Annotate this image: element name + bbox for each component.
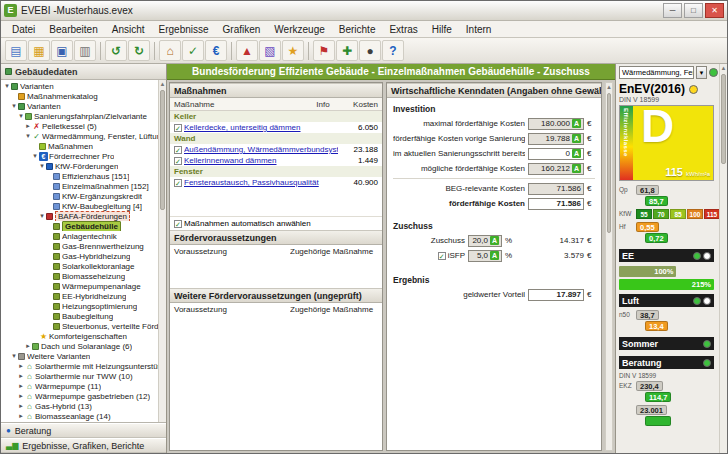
tree-node-massnahmenkatalog[interactable]: Maßnahmenkatalog	[1, 91, 158, 101]
tree-node-einzelmassnahmen[interactable]: Einzelmaßnahmen [152]	[1, 181, 158, 191]
tree-node-gas-hybridheizung[interactable]: Gas-Hybridheizung	[1, 251, 158, 261]
funding-euro-icon[interactable]: €	[205, 40, 227, 61]
tree-node-gas-hybrid[interactable]: ▸⌂Gas-Hybrid (13)	[1, 401, 158, 411]
tree-label[interactable]: Gas-Brennwertheizung	[62, 242, 144, 251]
tree-label[interactable]: Anlagentechnik	[62, 232, 117, 241]
expander-icon[interactable]: ▾	[3, 82, 11, 90]
expander-icon[interactable]: ▸	[17, 362, 25, 370]
menu-intern[interactable]: Intern	[459, 23, 499, 36]
results-scrollbar[interactable]: ▲	[719, 64, 727, 453]
scroll-up-icon[interactable]: ▲	[720, 64, 727, 72]
tree-label[interactable]: Wärmepumpe gasbetrieben (12)	[35, 392, 150, 401]
scrollbar-thumb[interactable]	[721, 74, 726, 164]
tree-label[interactable]: Steuerbonus, verteilte Förderung	[62, 322, 158, 331]
variant-select[interactable]: Wärmedämmung, Fenste	[619, 66, 694, 79]
tree-node-waermepumpe-gas[interactable]: ▸⌂Wärmepumpe gasbetrieben (12)	[1, 391, 158, 401]
expander-icon[interactable]: ▸	[17, 382, 25, 390]
isfp-checkbox[interactable]: ✓	[438, 252, 446, 260]
menu-werkzeuge[interactable]: Werkzeuge	[267, 23, 331, 36]
measures-icon[interactable]: ✓	[182, 40, 204, 61]
tree-label[interactable]: Varianten	[20, 82, 54, 91]
chart-icon[interactable]: ▲	[236, 40, 258, 61]
tree-node-kfw-baubegleitung[interactable]: KfW-Baubegleitung [4]	[1, 201, 158, 211]
report-icon[interactable]: ▧	[259, 40, 281, 61]
measure-checkbox[interactable]: ✓	[174, 124, 182, 132]
tree-node-effizienzhaus[interactable]: Effizienzhaus [151]	[1, 171, 158, 181]
menu-datei[interactable]: Datei	[5, 23, 42, 36]
tree-node-biomasseheizung[interactable]: Biomasseheizung	[1, 271, 158, 281]
measure-link[interactable]: Außendämmung, Wärmedämmverbundsystem	[184, 145, 338, 154]
kenndaten-input[interactable]: 160.212A	[528, 163, 584, 175]
tree-label[interactable]: BAFA-Förderungen	[55, 211, 130, 221]
tree-label[interactable]: Dach und Solaranlage (6)	[41, 342, 132, 351]
scrollbar-thumb[interactable]	[607, 93, 611, 233]
auto-badge[interactable]: A	[572, 119, 581, 128]
tree-label[interactable]: Solarthermie nur TWW (10)	[35, 372, 133, 381]
expander-icon[interactable]: ▸	[24, 342, 32, 350]
tree-label[interactable]: EE-Hybridheizung	[62, 292, 126, 301]
auto-badge[interactable]: A	[490, 236, 499, 245]
menu-bearbeiten[interactable]: Bearbeiten	[42, 23, 104, 36]
tree-node-waermepumpenanlage[interactable]: Wärmepumpenanlage	[1, 281, 158, 291]
menu-berichte[interactable]: Berichte	[332, 23, 383, 36]
tree-label[interactable]: Effizienzhaus [151]	[62, 172, 129, 181]
tree-label[interactable]: Maßnahmen	[48, 142, 93, 151]
scroll-up-icon[interactable]: ▲	[606, 83, 612, 91]
print-icon[interactable]: ▥	[74, 40, 96, 61]
tree-label[interactable]: Pelletkessel (5)	[42, 122, 97, 131]
building-icon[interactable]: ⌂	[159, 40, 181, 61]
record-icon[interactable]: ●	[359, 40, 381, 61]
expander-icon[interactable]: ▾	[10, 102, 18, 110]
menu-extras[interactable]: Extras	[382, 23, 424, 36]
tree-label[interactable]: Maßnahmenkatalog	[27, 92, 98, 101]
expander-icon[interactable]: ▾	[24, 132, 32, 140]
tree-node-steuerbonus[interactable]: Steuerbonus, verteilte Förderung	[1, 321, 158, 331]
tree-label[interactable]: Sanierungsfahrplan/Zielvariante	[34, 112, 147, 121]
tree-label[interactable]: Biomasseanlage (14)	[35, 412, 111, 421]
expander-icon[interactable]: ▸	[24, 122, 32, 130]
expander-icon[interactable]: ▾	[31, 152, 39, 160]
tree-node-komforteigenschaften[interactable]: ★Komforteigenschaften	[1, 331, 158, 341]
tree-node-gas-brennwertheizung[interactable]: Gas-Brennwertheizung	[1, 241, 158, 251]
kenndaten-input[interactable]: 180.000A	[528, 118, 584, 130]
kenndaten-input[interactable]: 0A	[528, 148, 584, 160]
minimize-button[interactable]: ─	[663, 3, 682, 18]
tree-label[interactable]: KfW-Förderungen	[55, 162, 118, 171]
star-icon[interactable]: ★	[282, 40, 304, 61]
expander-icon[interactable]: ▸	[17, 412, 25, 420]
tree-label[interactable]: Baubegleitung	[62, 312, 113, 321]
expander-icon[interactable]: ▾	[38, 212, 46, 220]
tree-label[interactable]: Wärmedämmung, Fenster, Lüftung	[42, 132, 158, 141]
measure-link[interactable]: Kellerdecke, unterseitig dämmen	[184, 123, 338, 132]
expander-icon[interactable]: ▾	[10, 352, 18, 360]
tree-label[interactable]: Gas-Hybrid (13)	[35, 402, 92, 411]
tree-label[interactable]: Gas-Hybridheizung	[62, 252, 130, 261]
tree-label[interactable]: KfW-Ergänzungskredit	[62, 192, 142, 201]
tree-node-biomasseanlage[interactable]: ▸⌂Biomasseanlage (14)	[1, 411, 158, 421]
auto-badge[interactable]: A	[490, 251, 499, 260]
tree-scrollbar[interactable]: ▲	[158, 80, 166, 422]
expander-icon[interactable]: ▾	[17, 112, 25, 120]
tree-node-dach-und-solaranlage[interactable]: ▸Dach und Solaranlage (6)	[1, 341, 158, 351]
auto-badge[interactable]: A	[572, 134, 581, 143]
save-icon[interactable]: ▣	[51, 40, 73, 61]
chevron-down-icon[interactable]: ▼	[696, 66, 707, 79]
auto-badge[interactable]: A	[572, 164, 581, 173]
tree-node-sanierungsfahrplan[interactable]: ▾Sanierungsfahrplan/Zielvariante	[1, 111, 158, 121]
measure-checkbox[interactable]: ✓	[174, 179, 182, 187]
tree-node-kfw-foerderungen[interactable]: ▾KfW-Förderungen	[1, 161, 158, 171]
kenndaten-input[interactable]: 71.586	[528, 183, 584, 195]
tree-node-solarkollektoranlage[interactable]: Solarkollektoranlage	[1, 261, 158, 271]
expander-icon[interactable]: ▾	[38, 162, 46, 170]
tree-node-varianten[interactable]: ▾Varianten	[1, 101, 158, 111]
auto-badge[interactable]: A	[572, 149, 581, 158]
tree-label[interactable]: Heizungsoptimierung	[62, 302, 137, 311]
tree-node-solarthermie-tww[interactable]: ▸⌂Solarthermie nur TWW (10)	[1, 371, 158, 381]
tree-node-waermepumpe[interactable]: ▸⌂Wärmepumpe (11)	[1, 381, 158, 391]
ergebnisse-panel-bar[interactable]: ▃▆ Ergebnisse, Grafiken, Berichte	[1, 438, 166, 453]
tree-label[interactable]: Biomasseheizung	[62, 272, 125, 281]
measure-link[interactable]: Fensteraustausch, Passivhausqualität	[184, 178, 338, 187]
tree-label[interactable]: Einzelmaßnahmen [152]	[62, 182, 149, 191]
tree-node-kfw-ergaenzungskredit[interactable]: KfW-Ergänzungskredit	[1, 191, 158, 201]
expander-icon[interactable]: ▸	[17, 402, 25, 410]
